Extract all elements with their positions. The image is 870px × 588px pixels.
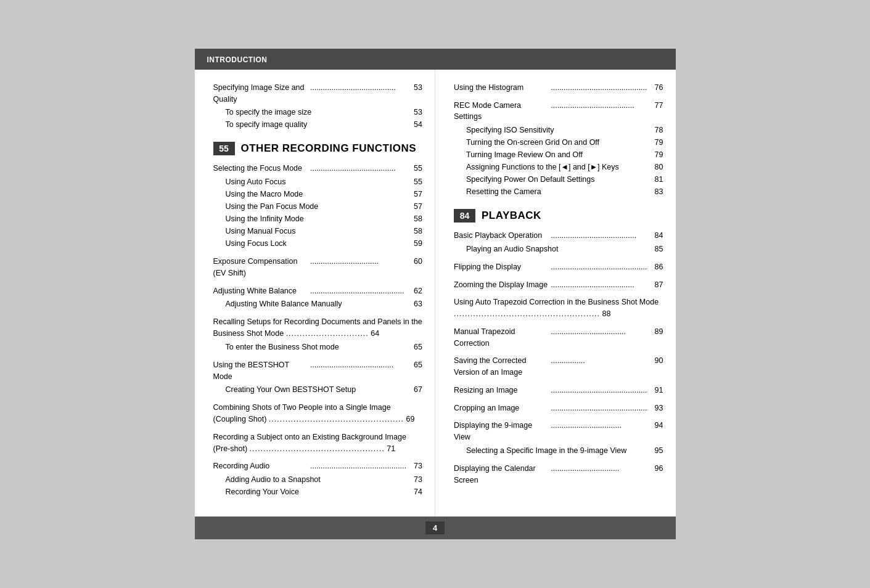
section-header-55: 55 OTHER RECORDING FUNCTIONS [213,142,423,155]
entry-recording-audio: Recording Audio ........................… [213,460,423,498]
entry-calendar: Displaying the Calendar Screen .........… [454,463,663,486]
section-num-84: 84 [454,209,475,223]
section-title: OTHER RECORDING FUNCTIONS [241,142,417,155]
entry-9-image: Displaying the 9-image View ............… [454,420,663,457]
entry-cropping: Cropping an Image ......................… [454,402,663,414]
entry-zooming: Zooming the Display Image ..............… [454,279,663,291]
content-area: Specifying Image Size and Quality ......… [195,70,676,517]
entry-specifying-image: Specifying Image Size and Quality ......… [213,82,423,105]
entry-recalling-setups: Recalling Setups for Recording Documents… [213,316,423,353]
footer: 4 [195,517,676,539]
entry-manual-trapezoid: Manual Trapezoid Correction ............… [454,326,663,349]
entry-title: Specifying Image Size and Quality [213,82,309,105]
page-number: 4 [425,521,445,534]
entry-basic-playback: Basic Playback Operation ...............… [454,230,663,255]
header-bar: INTRODUCTION [195,49,676,70]
entry-rec-mode: REC Mode Camera Settings ...............… [454,100,663,198]
entry-flipping: Flipping the Display ...................… [454,261,663,273]
entry-histogram: Using the Histogram ....................… [454,82,663,94]
entry-pre-shot: Recording a Subject onto an Existing Bac… [213,431,423,455]
entry-saving-corrected: Saving the Corrected Version of an Image… [454,355,663,378]
entry-exposure: Exposure Compensation (EV Shift) .......… [213,256,423,279]
entry-focus-mode: Selecting the Focus Mode ...............… [213,163,423,250]
left-column: Specifying Image Size and Quality ......… [195,70,436,517]
entry-trapezoid: Using Auto Trapezoid Correction in the B… [454,296,663,320]
page: INTRODUCTION Specifying Image Size and Q… [195,49,676,539]
sub-entry: To specify image quality 54 [213,118,423,131]
entry-combining-shots: Combining Shots of Two People into a Sin… [213,402,423,425]
top-entry-group: Specifying Image Size and Quality ......… [213,82,423,131]
right-column: Using the Histogram ....................… [435,70,676,517]
entry-bestshot: Using the BESTSHOT Mode ................… [213,359,423,396]
entry-resizing: Resizing an Image ......................… [454,385,663,396]
section-title-84: PLAYBACK [482,210,541,222]
entry-white-balance: Adjusting White Balance ................… [213,285,423,311]
sub-entry: To specify the image size 53 [213,106,423,118]
section-num: 55 [213,142,235,155]
section-header-84: 84 PLAYBACK [454,209,663,223]
header-label: INTRODUCTION [207,55,268,64]
